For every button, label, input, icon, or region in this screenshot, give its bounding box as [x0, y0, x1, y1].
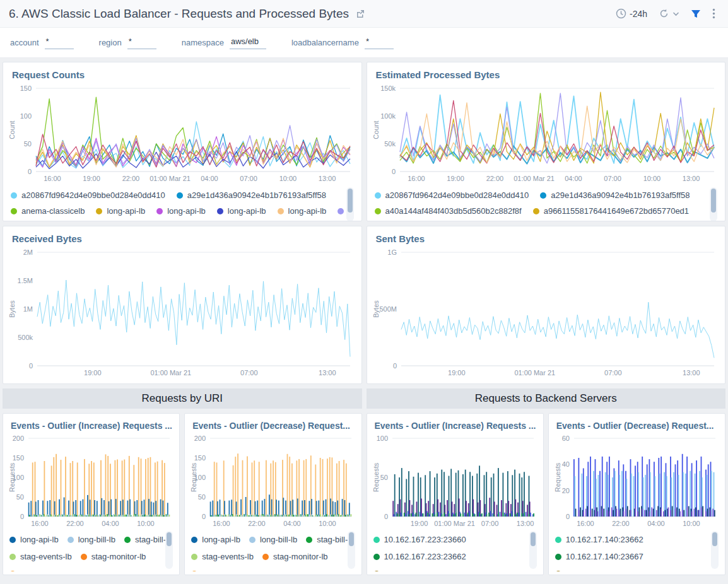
legend-dot [555, 554, 561, 560]
legend-item[interactable]: long-bill-lb [249, 535, 297, 544]
legend-item[interactable]: a29e1d436a90942e4b1b76193af5ff58 [540, 190, 690, 200]
legend: 10.162.17.140:2366210.162.17.140:23667 [555, 531, 719, 571]
filter-namespace[interactable]: namespace aws/elb [182, 37, 266, 49]
legend-label: 10.162.17.140:23667 [566, 552, 643, 561]
legend-item[interactable]: long-api-lb [96, 206, 145, 216]
legend-dot [191, 554, 197, 560]
panel-title: Events - Outlier (Decrease) Request... [185, 414, 361, 432]
legend-scrollbar[interactable] [348, 531, 355, 569]
svg-text:10:00: 10:00 [319, 520, 336, 527]
legend-item[interactable]: a40a144af484f403db5d560b2c882f8f [375, 206, 522, 216]
legend-dot [278, 208, 284, 214]
svg-text:2M: 2M [23, 248, 33, 256]
legend-item[interactable]: stag-monitor-lb [262, 552, 328, 561]
svg-text:04:00: 04:00 [283, 520, 301, 527]
filter-label: region [99, 38, 122, 49]
legend-item[interactable] [373, 571, 380, 572]
legend-label: anema-classicelb [21, 206, 85, 216]
legend-item[interactable]: long-bill-lb [68, 535, 115, 544]
legend: a20867fd9642d4e09bbe0d284e0dd410a29e1d43… [11, 187, 354, 221]
svg-text:Requests: Requests [190, 462, 197, 492]
svg-text:07:00: 07:00 [240, 175, 257, 182]
sent-bytes-chart[interactable]: 0500M1GBytes19:0001:00 Mar 2107:0013:00 [371, 247, 720, 378]
legend-item[interactable]: anema-classicelb [11, 206, 85, 216]
legend-item[interactable]: 10.162.167.223:23662 [373, 552, 466, 561]
legend: 10.162.167.223:2366010.162.167.223:23662 [373, 531, 537, 571]
legend-item[interactable]: 10.162.17.140:23667 [555, 552, 643, 561]
svg-text:0: 0 [29, 362, 33, 370]
svg-text:22:00: 22:00 [486, 175, 503, 182]
filter-loadbalancername[interactable]: loadbalancername * [291, 37, 394, 49]
legend-item[interactable]: stag-events-lb [191, 552, 254, 561]
svg-text:07:00: 07:00 [604, 175, 621, 182]
filter-region-input[interactable]: * [127, 37, 156, 49]
svg-text:16:00: 16:00 [213, 520, 230, 527]
legend-scrollbar-thumb[interactable] [711, 189, 716, 213]
legend-item[interactable]: stag-events-lb [9, 552, 72, 561]
svg-text:1.5M: 1.5M [18, 277, 33, 284]
legend-item[interactable]: long-api-lb [9, 535, 59, 544]
events-outlier-decrease-backend-chart[interactable]: 0204060Requests16:0022:0004:0010:00 [553, 433, 722, 529]
legend-label: long-bill-lb [78, 535, 115, 544]
legend-scrollbar-thumb[interactable] [348, 189, 353, 213]
filter-button[interactable] [687, 6, 705, 21]
received-bytes-chart[interactable]: 0500k1M1.5M2MBytes19:0001:00 Mar 2107:00… [7, 247, 356, 378]
events-outlier-decrease-uri-chart[interactable]: 050100150200Requests16:0022:0004:0010:00 [189, 433, 358, 529]
legend-scrollbar-thumb[interactable] [349, 532, 354, 546]
legend-dot [373, 571, 380, 572]
share-icon[interactable] [355, 9, 365, 19]
svg-text:Bytes: Bytes [372, 300, 380, 318]
legend-item[interactable]: stag-monitor-lb [81, 552, 146, 561]
legend-item[interactable]: a29e1d436a90942e4b1b76193af5ff58 [177, 190, 326, 200]
svg-text:22:00: 22:00 [248, 520, 266, 527]
panel-title: Request Counts [3, 62, 361, 82]
legend-item[interactable] [191, 571, 197, 572]
legend-scrollbar[interactable] [529, 531, 537, 569]
legend-scrollbar[interactable] [165, 531, 173, 569]
svg-text:10:00: 10:00 [279, 175, 297, 182]
legend-item[interactable]: long-api-lb [217, 206, 266, 216]
legend-item[interactable]: 10.162.17.140:23662 [555, 535, 643, 544]
legend-item[interactable]: a20867fd9642d4e09bbe0d284e0dd410 [11, 190, 165, 200]
legend-item[interactable] [9, 571, 16, 572]
filter-region[interactable]: region * [99, 37, 156, 49]
legend-item[interactable]: long-api-lb [191, 535, 240, 544]
events-outlier-increase-backend-chart[interactable]: 050100Requests19:0001:00 Mar 2107:0013:0… [371, 433, 540, 529]
legend-item[interactable]: long-api-lb [156, 206, 206, 216]
legend-item[interactable]: 10.162.167.223:23660 [373, 535, 466, 544]
svg-text:50: 50 [24, 140, 32, 148]
legend-label: stag-events-lb [202, 552, 254, 561]
svg-text:100: 100 [20, 112, 32, 120]
legend-scrollbar-thumb[interactable] [167, 532, 172, 546]
request-counts-chart[interactable]: 050100150Count16:0019:0022:0001:00 Mar 2… [7, 83, 356, 184]
legend-item[interactable]: a20867fd9642d4e09bbe0d284e0dd410 [375, 190, 529, 200]
legend-item[interactable]: long-api-lb [278, 206, 327, 216]
estimated-processed-bytes-chart[interactable]: 050k100k150kCount16:0019:0022:0001:00 Ma… [371, 83, 720, 184]
kebab-menu-icon[interactable] [708, 6, 719, 21]
legend-scrollbar-thumb[interactable] [712, 532, 717, 546]
legend-dot [262, 554, 269, 560]
legend-label: stag-monitor-lb [273, 552, 328, 561]
filter-namespace-input[interactable]: aws/elb [230, 37, 266, 49]
filter-account[interactable]: account * [10, 37, 74, 49]
legend-scrollbar[interactable] [711, 531, 719, 569]
legend-item[interactable] [555, 571, 561, 572]
refresh-button[interactable] [655, 6, 683, 21]
legend-scrollbar-thumb[interactable] [531, 532, 536, 546]
svg-text:10:00: 10:00 [683, 520, 700, 527]
panel-title: Events - Outlier (Increase) Requests ... [3, 414, 179, 432]
events-outlier-increase-uri-chart[interactable]: 050100150200Requests16:0022:0004:0010:00 [7, 433, 176, 529]
legend-dot [373, 537, 380, 543]
legend-item[interactable]: a96611558176441649e672bd65770ed1 [533, 206, 689, 216]
legend-label: 10.162.167.223:23660 [384, 535, 466, 544]
legend-label: stag-monitor-lb [91, 552, 146, 561]
svg-text:50: 50 [16, 493, 24, 501]
svg-text:20: 20 [562, 487, 570, 494]
legend-scrollbar[interactable] [710, 187, 717, 221]
filter-account-input[interactable]: * [45, 37, 74, 49]
filter-loadbalancername-input[interactable]: * [365, 37, 394, 49]
svg-text:150: 150 [194, 454, 206, 462]
legend-scrollbar[interactable] [346, 187, 354, 221]
time-range-value: -24h [630, 9, 647, 19]
time-range-button[interactable]: -24h [612, 6, 651, 21]
